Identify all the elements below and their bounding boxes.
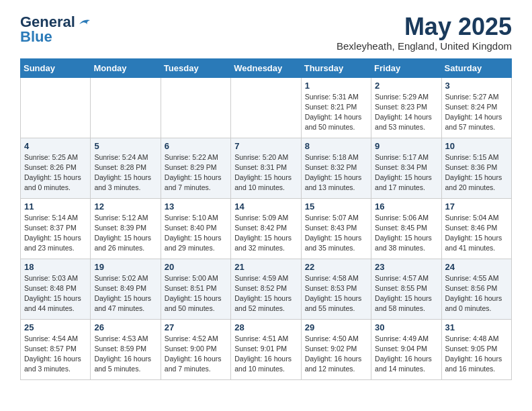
month-title: May 2025 — [337, 13, 512, 40]
calendar-table: SundayMondayTuesdayWednesdayThursdayFrid… — [20, 58, 512, 380]
day-info: Sunrise: 4:50 AM Sunset: 9:02 PM Dayligh… — [305, 334, 367, 375]
day-number: 7 — [234, 141, 297, 151]
header-row: SundayMondayTuesdayWednesdayThursdayFrid… — [21, 58, 512, 77]
day-info: Sunrise: 5:29 AM Sunset: 8:23 PM Dayligh… — [375, 92, 437, 133]
day-info: Sunrise: 5:27 AM Sunset: 8:24 PM Dayligh… — [445, 92, 508, 133]
day-number: 26 — [94, 322, 157, 332]
day-info: Sunrise: 4:54 AM Sunset: 8:57 PM Dayligh… — [24, 334, 87, 375]
day-info: Sunrise: 5:10 AM Sunset: 8:40 PM Dayligh… — [165, 213, 227, 254]
calendar-cell: 9Sunrise: 5:17 AM Sunset: 8:34 PM Daylig… — [371, 138, 441, 198]
calendar-cell: 27Sunrise: 4:52 AM Sunset: 9:00 PM Dayli… — [161, 319, 230, 379]
day-info: Sunrise: 5:00 AM Sunset: 8:51 PM Dayligh… — [165, 273, 227, 314]
week-row-1: 1Sunrise: 5:31 AM Sunset: 8:21 PM Daylig… — [21, 77, 512, 138]
column-header-saturday: Saturday — [441, 58, 511, 77]
day-number: 16 — [375, 201, 437, 212]
calendar-cell: 30Sunrise: 4:49 AM Sunset: 9:04 PM Dayli… — [371, 319, 441, 379]
day-number: 25 — [24, 322, 87, 332]
location-subtitle: Bexleyheath, England, United Kingdom — [337, 40, 512, 52]
day-info: Sunrise: 5:07 AM Sunset: 8:43 PM Dayligh… — [305, 213, 367, 254]
day-info: Sunrise: 5:02 AM Sunset: 8:49 PM Dayligh… — [94, 273, 157, 314]
day-info: Sunrise: 4:51 AM Sunset: 9:01 PM Dayligh… — [234, 334, 297, 375]
day-info: Sunrise: 5:22 AM Sunset: 8:29 PM Dayligh… — [165, 152, 227, 193]
calendar-cell — [91, 77, 161, 138]
calendar-cell — [21, 77, 91, 138]
calendar-cell: 3Sunrise: 5:27 AM Sunset: 8:24 PM Daylig… — [441, 77, 511, 138]
calendar-cell: 2Sunrise: 5:29 AM Sunset: 8:23 PM Daylig… — [371, 77, 441, 138]
calendar-cell: 20Sunrise: 5:00 AM Sunset: 8:51 PM Dayli… — [161, 259, 230, 319]
calendar-cell: 28Sunrise: 4:51 AM Sunset: 9:01 PM Dayli… — [231, 319, 301, 379]
day-info: Sunrise: 5:31 AM Sunset: 8:21 PM Dayligh… — [305, 92, 367, 133]
day-number: 19 — [94, 262, 157, 272]
calendar-cell: 23Sunrise: 4:57 AM Sunset: 8:55 PM Dayli… — [371, 259, 441, 319]
logo: General Blue — [20, 13, 91, 46]
day-number: 3 — [445, 81, 508, 91]
calendar-cell: 16Sunrise: 5:06 AM Sunset: 8:45 PM Dayli… — [371, 198, 441, 259]
calendar-cell: 15Sunrise: 5:07 AM Sunset: 8:43 PM Dayli… — [301, 198, 371, 259]
column-header-sunday: Sunday — [21, 58, 91, 77]
day-number: 29 — [305, 322, 367, 332]
day-info: Sunrise: 5:20 AM Sunset: 8:31 PM Dayligh… — [234, 152, 297, 193]
day-info: Sunrise: 4:49 AM Sunset: 9:04 PM Dayligh… — [375, 334, 437, 375]
day-number: 5 — [94, 141, 157, 151]
day-number: 17 — [445, 201, 508, 212]
day-info: Sunrise: 5:04 AM Sunset: 8:46 PM Dayligh… — [445, 213, 508, 254]
calendar-cell: 21Sunrise: 4:59 AM Sunset: 8:52 PM Dayli… — [231, 259, 301, 319]
calendar-header: SundayMondayTuesdayWednesdayThursdayFrid… — [21, 58, 512, 77]
day-info: Sunrise: 5:12 AM Sunset: 8:39 PM Dayligh… — [94, 213, 157, 254]
logo-bird-icon — [78, 17, 91, 27]
day-number: 15 — [305, 201, 367, 212]
day-info: Sunrise: 5:18 AM Sunset: 8:32 PM Dayligh… — [305, 152, 367, 193]
day-info: Sunrise: 4:55 AM Sunset: 8:56 PM Dayligh… — [445, 273, 508, 314]
day-number: 4 — [24, 141, 87, 151]
calendar-cell: 8Sunrise: 5:18 AM Sunset: 8:32 PM Daylig… — [301, 138, 371, 198]
day-info: Sunrise: 5:24 AM Sunset: 8:28 PM Dayligh… — [94, 152, 157, 193]
calendar-cell: 25Sunrise: 4:54 AM Sunset: 8:57 PM Dayli… — [21, 319, 91, 379]
day-number: 31 — [445, 322, 508, 332]
day-info: Sunrise: 5:06 AM Sunset: 8:45 PM Dayligh… — [375, 213, 437, 254]
calendar-cell: 18Sunrise: 5:03 AM Sunset: 8:48 PM Dayli… — [21, 259, 91, 319]
day-number: 20 — [165, 262, 227, 272]
day-info: Sunrise: 5:14 AM Sunset: 8:37 PM Dayligh… — [24, 213, 87, 254]
calendar-cell: 11Sunrise: 5:14 AM Sunset: 8:37 PM Dayli… — [21, 198, 91, 259]
calendar-cell: 14Sunrise: 5:09 AM Sunset: 8:42 PM Dayli… — [231, 198, 301, 259]
calendar-cell: 10Sunrise: 5:15 AM Sunset: 8:36 PM Dayli… — [441, 138, 511, 198]
day-info: Sunrise: 5:03 AM Sunset: 8:48 PM Dayligh… — [24, 273, 87, 314]
day-info: Sunrise: 4:59 AM Sunset: 8:52 PM Dayligh… — [234, 273, 297, 314]
day-number: 22 — [305, 262, 367, 272]
day-number: 6 — [165, 141, 227, 151]
day-info: Sunrise: 4:52 AM Sunset: 9:00 PM Dayligh… — [165, 334, 227, 375]
day-number: 10 — [445, 141, 508, 151]
calendar-cell — [161, 77, 230, 138]
calendar-cell: 24Sunrise: 4:55 AM Sunset: 8:56 PM Dayli… — [441, 259, 511, 319]
calendar-cell: 26Sunrise: 4:53 AM Sunset: 8:59 PM Dayli… — [91, 319, 161, 379]
day-number: 28 — [234, 322, 297, 332]
day-info: Sunrise: 4:57 AM Sunset: 8:55 PM Dayligh… — [375, 273, 437, 314]
day-number: 30 — [375, 322, 437, 332]
day-info: Sunrise: 5:09 AM Sunset: 8:42 PM Dayligh… — [234, 213, 297, 254]
calendar-cell: 17Sunrise: 5:04 AM Sunset: 8:46 PM Dayli… — [441, 198, 511, 259]
week-row-5: 25Sunrise: 4:54 AM Sunset: 8:57 PM Dayli… — [21, 319, 512, 379]
day-number: 8 — [305, 141, 367, 151]
day-info: Sunrise: 4:53 AM Sunset: 8:59 PM Dayligh… — [94, 334, 157, 375]
week-row-3: 11Sunrise: 5:14 AM Sunset: 8:37 PM Dayli… — [21, 198, 512, 259]
day-number: 9 — [375, 141, 437, 151]
calendar-cell: 13Sunrise: 5:10 AM Sunset: 8:40 PM Dayli… — [161, 198, 230, 259]
day-info: Sunrise: 5:15 AM Sunset: 8:36 PM Dayligh… — [445, 152, 508, 193]
day-number: 12 — [94, 201, 157, 212]
day-number: 23 — [375, 262, 437, 272]
column-header-monday: Monday — [91, 58, 161, 77]
logo-blue: Blue — [20, 28, 52, 46]
day-number: 21 — [234, 262, 297, 272]
day-number: 2 — [375, 81, 437, 91]
calendar-cell: 19Sunrise: 5:02 AM Sunset: 8:49 PM Dayli… — [91, 259, 161, 319]
title-block: May 2025 Bexleyheath, England, United Ki… — [337, 13, 512, 52]
week-row-2: 4Sunrise: 5:25 AM Sunset: 8:26 PM Daylig… — [21, 138, 512, 198]
calendar-cell: 5Sunrise: 5:24 AM Sunset: 8:28 PM Daylig… — [91, 138, 161, 198]
calendar-cell: 6Sunrise: 5:22 AM Sunset: 8:29 PM Daylig… — [161, 138, 230, 198]
calendar-cell: 12Sunrise: 5:12 AM Sunset: 8:39 PM Dayli… — [91, 198, 161, 259]
column-header-friday: Friday — [371, 58, 441, 77]
page-header: General Blue May 2025 Bexleyheath, Engla… — [20, 13, 512, 52]
calendar-cell: 29Sunrise: 4:50 AM Sunset: 9:02 PM Dayli… — [301, 319, 371, 379]
day-number: 18 — [24, 262, 87, 272]
day-info: Sunrise: 5:25 AM Sunset: 8:26 PM Dayligh… — [24, 152, 87, 193]
